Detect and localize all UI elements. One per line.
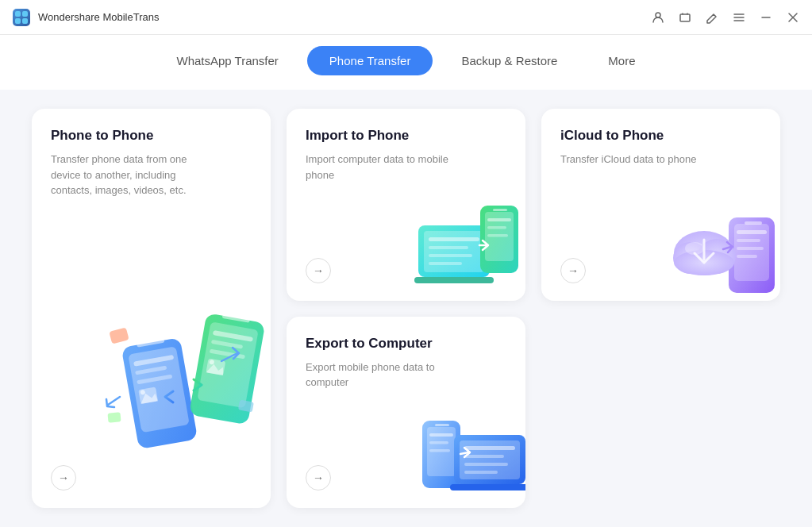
card-import-to-phone[interactable]: Import to Phone Import computer data to …: [287, 109, 525, 301]
svg-rect-46: [737, 255, 757, 258]
svg-rect-42: [745, 221, 762, 225]
card-phone-to-phone[interactable]: Phone to Phone Transfer phone data from …: [32, 109, 271, 508]
menu-icon[interactable]: [733, 11, 745, 24]
svg-rect-55: [429, 433, 453, 437]
svg-rect-28: [424, 231, 484, 272]
titlebar-left: Wondershare MobileTrans: [13, 9, 159, 26]
card-title-icloud: iCloud to Phone: [560, 128, 761, 144]
svg-rect-62: [464, 455, 504, 458]
svg-rect-26: [108, 412, 121, 422]
import-illustration: [414, 206, 518, 293]
arrow-btn-icloud[interactable]: →: [560, 258, 586, 283]
card-title-phone-to-phone: Phone to Phone: [51, 128, 252, 144]
phone-to-phone-illustration: [104, 286, 263, 460]
svg-point-4: [656, 13, 660, 17]
svg-rect-61: [464, 446, 515, 450]
svg-rect-44: [737, 239, 760, 242]
edit-icon[interactable]: [706, 11, 718, 24]
arrow-btn-import[interactable]: →: [306, 258, 331, 283]
card-desc-export: Export mobile phone data to computer: [306, 360, 448, 390]
svg-rect-31: [429, 246, 468, 249]
svg-rect-39: [487, 234, 508, 237]
card-title-export: Export to Computer: [306, 336, 506, 352]
svg-rect-38: [487, 226, 506, 229]
svg-rect-57: [429, 449, 450, 452]
svg-rect-63: [464, 463, 508, 466]
tab-phone[interactable]: Phone Transfer: [307, 46, 433, 75]
svg-rect-45: [737, 247, 764, 250]
app-title: Wondershare MobileTrans: [38, 11, 159, 23]
svg-rect-24: [109, 327, 129, 344]
card-desc-icloud: Transfer iCloud data to phone: [560, 152, 703, 167]
arrow-btn-phone-to-phone[interactable]: →: [51, 465, 76, 490]
svg-rect-36: [493, 209, 507, 211]
card-desc-import: Import computer data to mobile phone: [306, 152, 448, 183]
window-icon[interactable]: [679, 11, 691, 24]
profile-icon[interactable]: [652, 11, 664, 24]
minimize-icon[interactable]: [760, 11, 772, 24]
svg-rect-54: [435, 424, 449, 426]
svg-rect-37: [487, 218, 511, 221]
titlebar: Wondershare MobileTrans: [0, 0, 812, 35]
svg-rect-2: [15, 18, 21, 24]
card-desc-phone-to-phone: Transfer phone data from one device to a…: [51, 152, 194, 198]
svg-rect-30: [429, 237, 479, 241]
svg-rect-60: [450, 484, 525, 490]
card-icloud-to-phone[interactable]: iCloud to Phone Transfer iCloud data to …: [541, 109, 780, 301]
svg-rect-0: [15, 11, 21, 17]
card-export-to-computer[interactable]: Export to Computer Export mobile phone d…: [287, 317, 525, 509]
app-icon: [13, 9, 30, 26]
svg-rect-1: [22, 11, 28, 17]
tab-more[interactable]: More: [586, 46, 657, 75]
svg-rect-33: [429, 262, 462, 265]
arrow-btn-export[interactable]: →: [306, 465, 331, 490]
export-illustration: [414, 413, 518, 500]
icloud-illustration: [669, 206, 772, 293]
card-title-import: Import to Phone: [306, 128, 506, 144]
svg-rect-3: [22, 18, 28, 24]
tab-whatsapp[interactable]: WhatsApp Transfer: [154, 46, 300, 75]
svg-rect-29: [414, 277, 494, 283]
svg-rect-43: [737, 230, 767, 234]
titlebar-controls: [652, 11, 799, 24]
close-icon[interactable]: [787, 11, 799, 24]
svg-rect-5: [680, 14, 690, 21]
svg-rect-56: [429, 441, 448, 444]
tab-backup[interactable]: Backup & Restore: [439, 46, 579, 75]
main-content: Phone to Phone Transfer phone data from …: [0, 90, 812, 527]
svg-rect-32: [429, 254, 472, 257]
nav-bar: WhatsApp Transfer Phone Transfer Backup …: [0, 35, 812, 90]
svg-rect-64: [464, 471, 498, 474]
